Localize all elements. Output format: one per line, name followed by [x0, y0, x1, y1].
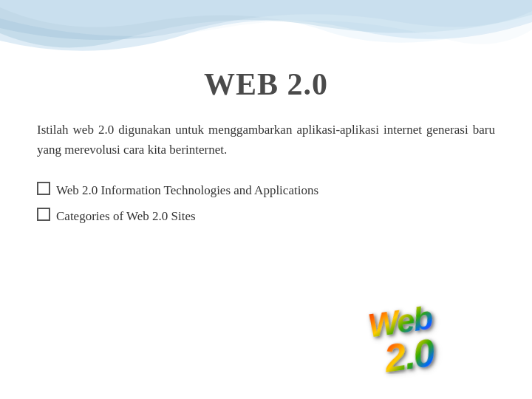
web20-logo: Web 2.0 [362, 285, 510, 381]
svg-text:2.0: 2.0 [381, 330, 438, 373]
checkbox-icon-2 [37, 208, 50, 221]
web20-logo-area: Web 2.0 [362, 288, 510, 377]
bullet-list: Web 2.0 Information Technologies and App… [37, 180, 495, 228]
page-title: WEB 2.0 [37, 66, 495, 102]
top-wave-decoration [0, 0, 532, 66]
bullet-text-1: Web 2.0 Information Technologies and App… [56, 180, 495, 202]
intro-paragraph: Istilah web 2.0 digunakan untuk menggamb… [37, 120, 495, 160]
checkbox-icon-1 [37, 182, 50, 195]
bullet-item-1: Web 2.0 Information Technologies and App… [37, 180, 495, 202]
bullet-text-2: Categories of Web 2.0 Sites [56, 206, 495, 228]
bullet-item-2: Categories of Web 2.0 Sites [37, 206, 495, 228]
